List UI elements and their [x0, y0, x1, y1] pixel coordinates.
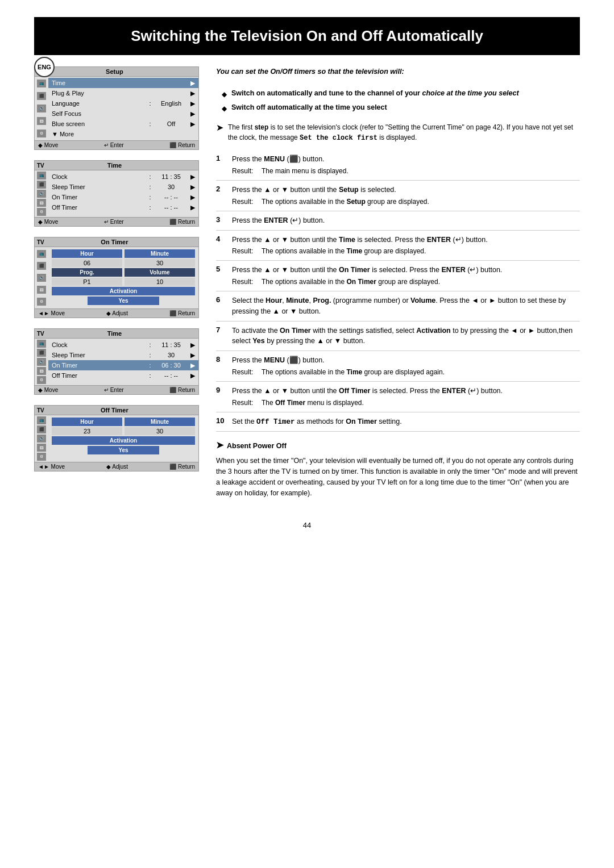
setup-icon-col: 📺 ⬛ 🔊 🖼 ⚙ [35, 77, 48, 140]
off-timer-icon-2: ⬛ [37, 425, 46, 433]
setup-panel: TV Setup 📺 ⬛ 🔊 🖼 ⚙ Time [34, 66, 199, 150]
step-num-2: 2 [216, 181, 230, 211]
note-arrow-icon: ➤ [216, 121, 223, 135]
setup-row-self-label: Self Focus [52, 110, 188, 117]
time2-tv-label: TV [37, 331, 44, 337]
time2-panel: TV Time 📺 ⬛ 🔊 🖼 ⚙ Clock [34, 328, 199, 395]
time-tv-label: TV [37, 162, 44, 169]
setup-row-plug-arrow: ▶ [188, 90, 195, 97]
off-timer-activation-label: Activation [52, 436, 195, 445]
step-content-7: To activate the On Timer with the settin… [230, 321, 580, 351]
time-row-clock-sep: : [146, 173, 154, 180]
tv-icon-5: ⚙ [37, 130, 46, 137]
bullet-text-1: Switch on automatically and tune to the … [231, 89, 519, 99]
time2-row-clock-arrow: ▶ [188, 341, 195, 349]
off-timer-minute-header: Minute [125, 418, 195, 426]
off-timer-yes-label: Yes [88, 446, 159, 454]
time2-row-clock-label: Clock [52, 341, 146, 348]
absent-power-text: When you set the timer "On", your televi… [216, 456, 580, 498]
left-column: TV Setup 📺 ⬛ 🔊 🖼 ⚙ Time [34, 66, 199, 498]
on-timer-icon-col: 📺 ⬛ 🔊 🖼 ⚙ [35, 247, 48, 308]
time-footer-move: ◆ Move [38, 219, 58, 225]
time2-row-on: On Timer : 06 : 30 ▶ [48, 360, 198, 370]
time-row-off-sep: : [146, 204, 154, 211]
setup-row-blue-val: Off [154, 120, 188, 127]
off-timer-hour-val: 23 [52, 427, 122, 435]
off-timer-icon-4: 🖼 [37, 444, 46, 452]
time-row-clock-val: 11 : 35 [154, 173, 188, 180]
step-num-7: 7 [216, 321, 230, 351]
time-title: Time [107, 162, 122, 169]
on-timer-minute-header: Minute [125, 249, 195, 258]
off-timer-icon-3: 🔊 [37, 435, 46, 443]
step-content-2: Press the ▲ or ▼ button until the Setup … [230, 181, 580, 211]
bullet-item-1: ◆ Switch on automatically and tune to th… [222, 89, 580, 99]
step-content-10: Set the Off Timer as methods for On Time… [230, 412, 580, 432]
page: ENG Switching the Television On and Off … [0, 0, 614, 868]
off-timer-icon-5: ⚙ [37, 453, 46, 461]
time-row-sleep-arrow: ▶ [188, 183, 195, 191]
off-timer-footer: ◄► Move ◆ Adjust ⬛ Return [35, 462, 198, 471]
time-body: Clock : 11 : 35 ▶ Sleep Timer : 30 ▶ [48, 170, 198, 217]
off-timer-title: Off Timer [101, 407, 128, 414]
step-row-10: 10 Set the Off Timer as methods for On T… [216, 412, 580, 432]
time-row-sleep-sep: : [146, 183, 154, 190]
step-content-1: Press the MENU (⬛) button. Result: The m… [230, 150, 580, 180]
time2-row-off-arrow: ▶ [188, 372, 195, 379]
step-row-1: 1 Press the MENU (⬛) button. Result: The… [216, 150, 580, 180]
time2-row-off: Off Timer : -- : -- ▶ [48, 370, 198, 381]
on-timer-footer-return: ⬛ Return [169, 310, 195, 316]
off-timer-panel-header: TV Off Timer [35, 406, 198, 415]
time2-title: Time [107, 330, 122, 337]
time2-row-off-label: Off Timer [52, 372, 146, 379]
time2-icon-2: ⬛ [37, 349, 46, 357]
time-row-off: Off Timer : -- : -- ▶ [48, 202, 198, 212]
result-text-9: The Off Timer menu is displayed. [262, 398, 364, 408]
time2-row-on-arrow: ▶ [188, 362, 195, 369]
on-timer-icon-2: ⬛ [37, 262, 46, 270]
on-timer-footer: ◄► Move ◆ Adjust ⬛ Return [35, 308, 198, 318]
step-num-6: 6 [216, 291, 230, 322]
bullet-item-2: ◆ Switch off automatically at the time y… [222, 103, 580, 114]
step-row-2: 2 Press the ▲ or ▼ button until the Setu… [216, 181, 580, 211]
step-row-6: 6 Select the Hour, Minute, Prog. (progra… [216, 291, 580, 322]
on-timer-prog-header: Prog. [52, 268, 122, 277]
time-footer-enter: ↵ Enter [104, 219, 124, 225]
step-content-9: Press the ▲ or ▼ button until the Off Ti… [230, 381, 580, 412]
step-num-8: 8 [216, 351, 230, 382]
on-timer-prog-row: Prog. Volume [52, 268, 195, 277]
setup-panel-header: TV Setup [35, 67, 198, 77]
on-timer-icon-5: ⚙ [37, 298, 46, 306]
result-text-2: The options available in the Setup group… [262, 197, 429, 207]
time-panel: TV Time 📺 ⬛ 🔊 🖼 ⚙ Clock [34, 160, 199, 227]
time-row-off-val: -- : -- [154, 204, 188, 211]
setup-row-blue-label: Blue screen [52, 120, 146, 127]
bullet-list: ◆ Switch on automatically and tune to th… [222, 89, 580, 117]
off-timer-hour-header: Hour [52, 418, 122, 426]
step-num-3: 3 [216, 211, 230, 230]
time2-row-sleep-sep: : [146, 352, 154, 358]
setup-title: Setup [106, 68, 123, 75]
on-timer-yes-label: Yes [88, 297, 159, 305]
time2-icon-1: 📺 [37, 340, 46, 348]
setup-footer-return: ⬛ Return [169, 142, 195, 148]
off-timer-footer-move: ◄► Move [38, 464, 65, 470]
on-timer-tv-label: TV [37, 239, 44, 245]
absent-power-block: ➤ Absent Power Off When you set the time… [216, 440, 580, 498]
on-timer-footer-adjust: ◆ Adjust [106, 310, 128, 316]
time2-row-sleep-arrow: ▶ [188, 352, 195, 359]
content-area: TV Setup 📺 ⬛ 🔊 🖼 ⚙ Time [34, 66, 580, 498]
time-row-off-arrow: ▶ [188, 204, 195, 211]
step-row-8: 8 Press the MENU (⬛) button. Result: The… [216, 351, 580, 382]
absent-power-title-text: Absent Power Off [227, 441, 287, 452]
time2-icon-5: ⚙ [37, 376, 46, 384]
tv-icon-4: 🖼 [37, 117, 46, 125]
off-timer-minute-val: 30 [125, 427, 195, 435]
setup-row-self: Self Focus ▶ [48, 108, 198, 119]
step-row-9: 9 Press the ▲ or ▼ button until the Off … [216, 381, 580, 412]
setup-row-self-arrow: ▶ [188, 110, 195, 118]
time2-icon-col: 📺 ⬛ 🔊 🖼 ⚙ [35, 339, 48, 385]
time-row-sleep: Sleep Timer : 30 ▶ [48, 182, 198, 192]
time2-footer-enter: ↵ Enter [104, 387, 124, 393]
time2-row-clock-val: 11 : 35 [154, 341, 188, 348]
